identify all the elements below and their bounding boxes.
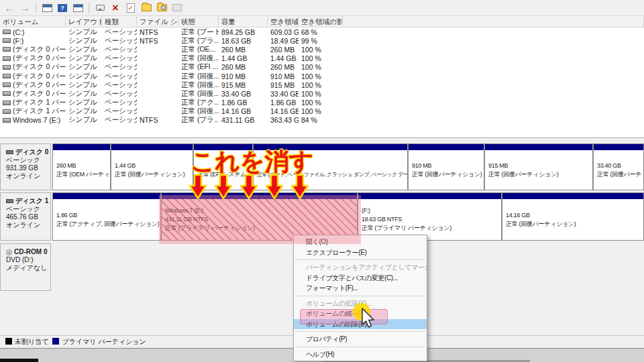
action-prompt-icon[interactable]	[93, 1, 107, 15]
table-row[interactable]: (ディスク 0 パーティシ...シンプルベーシック正常 (回復...910 MB…	[0, 72, 644, 80]
partition-type-bar	[53, 144, 110, 150]
disk-type: ベーシック	[6, 156, 50, 164]
toolbar-separator	[89, 3, 89, 13]
volume-icon	[3, 47, 11, 52]
table-row[interactable]: (ディスク 1 パーティシ...シンプルベーシック正常 (アク...1.86 G…	[0, 99, 644, 107]
table-row[interactable]: (ディスク 0 パーティシ...シンプルベーシック正常 (回復...1.44 G…	[0, 54, 644, 63]
cell-text: シンプル	[68, 54, 97, 63]
menu-item[interactable]: プロパティ(P)	[294, 334, 427, 345]
partition-info-line: 正常 (回復パーティション)	[506, 220, 640, 229]
legend-label: 未割り当て	[15, 338, 48, 345]
column-header[interactable]: 容量	[219, 16, 268, 27]
menu-item[interactable]: フォーマット(F)...	[294, 283, 427, 294]
cell-text: シンプル	[68, 115, 97, 125]
partition-block[interactable]: 910 MB正常 (回復パーティション)	[408, 143, 484, 190]
menu-item[interactable]: 開く(O)	[294, 237, 427, 247]
column-header[interactable]: レイアウト	[66, 16, 102, 27]
table-row[interactable]: (ディスク 0 パーティシ...シンプルベーシック正常 (回復...33.40 …	[0, 89, 644, 98]
delete-icon[interactable]: ×	[109, 1, 122, 15]
partition-block[interactable]: 1.86 GB正常 (アクティブ, 回復パーティション)	[52, 192, 161, 241]
menu-item[interactable]: ボリュームの削除(D)...	[294, 319, 427, 330]
menu-item[interactable]: ヘルプ(H)	[294, 349, 427, 360]
cell-text: (F:)	[13, 37, 23, 45]
cell-text: シンプル	[68, 107, 97, 116]
forward-icon[interactable]: →	[18, 1, 32, 15]
refresh-folder-icon[interactable]	[140, 1, 153, 15]
volume-icon	[3, 38, 11, 43]
volume-list-header[interactable]: ボリュームレイアウト種類ファイル システム状態容量空き領域空き領域の割...	[0, 16, 644, 27]
column-header[interactable]: 種類	[102, 16, 137, 27]
partition-info: 1.86 GB正常 (アクティブ, 回復パーティション)	[53, 199, 160, 240]
disk-label[interactable]: CD-ROM 0DVD (D:)メディアなし	[0, 243, 51, 291]
menu-item[interactable]: ボリュームの縮小(H)...	[294, 308, 427, 319]
partition-block[interactable]: 14.16 GB正常 (回復パーティション)	[502, 192, 644, 241]
partition-block[interactable]: 1.44 GB正常 (回復パーティション)	[111, 143, 193, 190]
partition-info-line: 18.63 GB NTFS	[362, 215, 498, 224]
rescan-folder-icon[interactable]	[155, 1, 168, 15]
partition-block[interactable]: (F:)18.63 GB NTFS正常 (プライマリ パーティション)	[358, 192, 502, 241]
partition-info-line: 正常 (回復パーティション)	[488, 170, 589, 179]
cell-text: 68 %	[301, 28, 317, 36]
column-header[interactable]: 空き領域の割...	[299, 16, 343, 27]
table-row[interactable]: (ディスク 0 パーティシ...シンプルベーシック正常 (OE...260 MB…	[0, 45, 644, 54]
cell-text: NTFS	[140, 116, 158, 124]
cell-text: (ディスク 1 パーティシ...	[13, 107, 66, 116]
table-row[interactable]: (C:)シンプルベーシックNTFS正常 (ブート...894.25 GB609.…	[0, 27, 644, 36]
cell-text: ベーシック	[105, 115, 137, 125]
column-header[interactable]: ボリューム	[0, 16, 66, 27]
cell-text: 260 MB	[221, 46, 246, 54]
table-row[interactable]: (F:)シンプルベーシックNTFS正常 (プラ...18.63 GB18.49 …	[0, 36, 644, 45]
table-row[interactable]: (ディスク 0 パーティシ...シンプルベーシック正常 (回復...915 MB…	[0, 80, 644, 89]
cell-text: 33.40 GB	[221, 90, 251, 98]
partition-block[interactable]: 260 MB正常 (OEM パーティシ:	[52, 143, 111, 190]
back-icon[interactable]: ←	[3, 1, 16, 15]
column-header[interactable]: ファイル システム	[137, 16, 178, 27]
partition-block[interactable]: 915 MB正常 (回復パーティション)	[484, 143, 593, 190]
column-header-filler	[343, 16, 644, 27]
disk-name: ディスク 0	[15, 148, 48, 156]
partition-info-line: 431.11 GB NTFS	[165, 215, 354, 224]
console-window-icon[interactable]	[40, 1, 54, 15]
forward-icon: →	[20, 3, 30, 13]
cell-text: ベーシック	[105, 54, 137, 63]
cell-text: ベーシック	[105, 80, 137, 90]
cell-text: 14.16 GB	[270, 107, 299, 115]
disk-label[interactable]: ディスク 1ベーシック465.76 GBオンライン	[0, 192, 51, 241]
table-row[interactable]: (ディスク 1 パーティシ...シンプルベーシック正常 (回復...14.16 …	[0, 107, 644, 116]
menu-item[interactable]: ドライブ文字とパスの変更(C)...	[294, 273, 427, 284]
menu-item[interactable]: エクスプローラー(E)	[294, 247, 427, 258]
disk-status: メディアなし	[6, 264, 50, 272]
cell-text: 915 MB	[270, 81, 294, 89]
partition-info-line: 正常 (ブート, ページ ファイル, クラッシュ ダンプ, ベーシック データ …	[257, 170, 404, 179]
legend-color-swatch	[52, 338, 59, 345]
video-progress-left	[0, 359, 38, 362]
disk-label[interactable]: ディスク 0ベーシック931.39 GBオンライン	[0, 143, 51, 190]
table-row[interactable]: (ディスク 0 パーティシ...シンプルベーシック正常 (EFI ...260 …	[0, 63, 644, 72]
partition-info: (F:)18.63 GB NTFS正常 (プライマリ パーティション)	[358, 199, 501, 240]
inactive-panel-icon[interactable]	[170, 1, 184, 15]
cell-text: 609.03 GB	[270, 28, 299, 36]
cell-text: シンプル	[68, 27, 97, 37]
partition-block[interactable]: Windows 7 (E:)431.11 GB NTFS正常 (プライマリ パー…	[161, 192, 358, 241]
cell-text: 431.11 GB	[221, 116, 254, 124]
column-header[interactable]: 状態	[178, 16, 219, 27]
volume-icon	[3, 56, 11, 61]
partition-block[interactable]: 正常 (EFI システム パ	[193, 143, 253, 190]
back-icon: ←	[5, 3, 15, 13]
cell-text: 100 %	[301, 99, 321, 107]
cell-text: (ディスク 1 パーティシ...	[13, 98, 66, 107]
partition-block[interactable]: 正常 (ブート, ページ ファイル, クラッシュ ダンプ, ベーシック データ …	[253, 143, 408, 190]
partition-block[interactable]: 33.40 GB正常 (回復パーティション)	[593, 143, 644, 190]
table-row[interactable]: Windows 7 (E:)シンプルベーシックNTFS正常 (プラ...431.…	[0, 116, 644, 125]
cell-text: 14.16 GB	[221, 107, 251, 115]
volume-icon	[3, 118, 11, 123]
cell-text: 100 %	[301, 72, 321, 80]
cell-text: (ディスク 0 パーティシ...	[13, 54, 66, 63]
partition-info-line: 915 MB	[488, 162, 589, 170]
volume-icon	[3, 82, 11, 87]
show-console-icon[interactable]	[71, 1, 85, 15]
help-icon[interactable]: ?	[56, 1, 69, 15]
check-document-icon[interactable]: ✓	[124, 1, 138, 15]
column-header[interactable]: 空き領域	[268, 16, 299, 27]
cell-text: 894.25 GB	[221, 28, 255, 36]
